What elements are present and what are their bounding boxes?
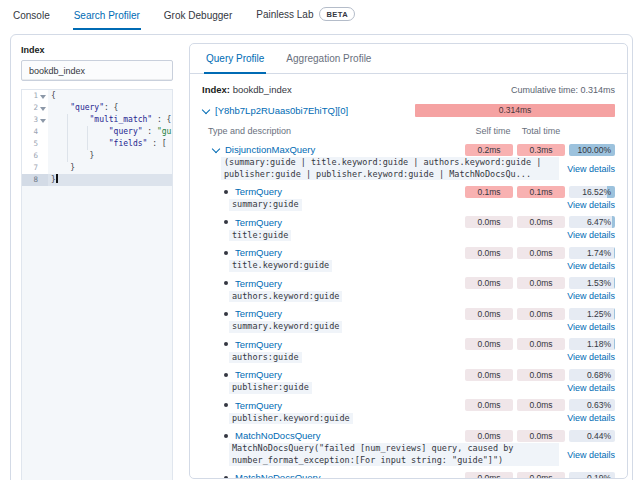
code-line: } [48, 162, 172, 174]
panel-resizer[interactable] [173, 43, 189, 480]
percent-badge: 1.18% [569, 338, 615, 350]
line-number: 1 [33, 90, 38, 102]
view-details-link[interactable]: View details [561, 164, 615, 174]
tab-grok-debugger[interactable]: Grok Debugger [163, 4, 233, 30]
text-cursor [56, 174, 58, 183]
query-row-root: DisjunctionMaxQuery 0.2ms 0.3ms 100.00% … [202, 143, 615, 180]
query-type-link[interactable]: TermQuery [235, 278, 282, 289]
total-time-badge: 0.1ms [517, 186, 565, 198]
line-number: 8 [33, 174, 38, 186]
percent-badge: 0.19% [569, 472, 615, 479]
tab-query-profile[interactable]: Query Profile [204, 44, 266, 74]
bullet-icon [224, 403, 228, 407]
view-details-link[interactable]: View details [561, 352, 615, 362]
tab-search-profiler[interactable]: Search Profiler [73, 4, 141, 30]
code-line: "query" : "guide", [48, 126, 173, 138]
self-time-badge: 0.0ms [465, 277, 513, 289]
percent-badge: 6.47% [569, 216, 615, 228]
query-description: summary.keyword:guide [229, 321, 342, 333]
line-number: 2 [33, 102, 38, 114]
percent-badge: 1.53% [569, 277, 615, 289]
self-time-badge: 0.0ms [465, 399, 513, 411]
bullet-icon [224, 281, 228, 285]
total-time-badge: 0.0ms [517, 430, 565, 442]
tab-painless-lab[interactable]: Painless LabBETA [255, 1, 356, 30]
query-row: TermQuery0.0ms0.0ms0.68%publisher:guideV… [202, 368, 615, 394]
percent-badge: 1.25% [569, 308, 615, 320]
query-type-link[interactable]: TermQuery [235, 217, 282, 228]
line-number-gutter: 8 [22, 174, 48, 186]
code-line: "fields" : [ "*" ] [48, 138, 173, 150]
beta-badge: BETA [319, 7, 354, 21]
bullet-icon [224, 373, 228, 377]
code-line: "multi_match" : { [48, 114, 172, 126]
editor-line: 2 "query": { [22, 102, 172, 114]
query-description: MatchNoDocsQuery("failed [num_reviews] q… [229, 443, 559, 466]
percent-badge: 100.00% [569, 144, 615, 156]
col-type-description: Type and description [208, 126, 291, 136]
query-type-link[interactable]: TermQuery [235, 308, 282, 319]
line-number: 3 [33, 114, 38, 126]
chevron-down-icon[interactable] [212, 144, 220, 152]
query-type-link[interactable]: TermQuery [235, 186, 282, 197]
editor-line: 7 } [22, 162, 172, 174]
fold-icon[interactable] [40, 90, 46, 102]
total-time-badge: 0.0ms [517, 399, 565, 411]
view-details-link[interactable]: View details [561, 450, 615, 460]
view-details-link[interactable]: View details [561, 230, 615, 240]
editor-line: 1{ [22, 90, 172, 102]
tab-label: Console [13, 10, 50, 21]
bullet-icon [224, 190, 228, 194]
query-type-link[interactable]: MatchNoDocsQuery [235, 430, 321, 441]
index-input[interactable] [21, 60, 173, 81]
total-time-badge: 0.0ms [517, 216, 565, 228]
view-details-link[interactable]: View details [561, 322, 615, 332]
query-type-link[interactable]: TermQuery [235, 247, 282, 258]
line-number-gutter: 6 [22, 150, 48, 162]
query-type-link[interactable]: MatchNoDocsQuery [235, 472, 321, 478]
self-time-badge: 0.0ms [465, 472, 513, 479]
query-rows: TermQuery0.1ms0.1ms16.52%summary:guideVi… [202, 185, 615, 478]
total-time-badge: 0.0ms [517, 369, 565, 381]
percent-badge: 0.44% [569, 430, 615, 442]
editor-line: 8} [22, 174, 172, 186]
query-type-link[interactable]: TermQuery [235, 400, 282, 411]
json-query-editor[interactable]: 1{2 "query": {3 "multi_match" : {4 "quer… [21, 89, 173, 480]
query-type-link[interactable]: TermQuery [235, 369, 282, 380]
view-details-link[interactable]: View details [561, 200, 615, 210]
code-line: } [48, 150, 172, 162]
tab-label: Painless Lab [256, 9, 313, 20]
fold-icon[interactable] [40, 114, 46, 126]
shard-link[interactable]: [Y8hb7Lp2RUaas0bi7EhiTQ][0] [215, 105, 348, 116]
code-line: { [48, 90, 172, 102]
view-details-link[interactable]: View details [561, 261, 615, 271]
bullet-icon [224, 251, 228, 255]
query-description: authors.keyword:guide [229, 291, 342, 303]
tab-aggregation-profile[interactable]: Aggregation Profile [284, 44, 373, 74]
query-row: TermQuery0.0ms0.0ms1.74%title.keyword:gu… [202, 246, 615, 272]
index-label: Index [21, 45, 173, 55]
query-type-link[interactable]: DisjunctionMaxQuery [225, 144, 315, 155]
line-number-gutter: 1 [22, 90, 48, 102]
cumulative-time: Cumulative time: 0.314ms [511, 85, 615, 95]
profile-card: Query ProfileAggregation Profile Index: … [189, 43, 628, 479]
column-headers: Type and description Self time Total tim… [208, 126, 615, 136]
chevron-down-icon[interactable] [202, 105, 210, 113]
view-details-link[interactable]: View details [561, 291, 615, 301]
bullet-icon [224, 434, 228, 438]
line-number: 4 [33, 126, 38, 138]
editor-line: 5 "fields" : [ "*" ] [22, 138, 172, 150]
line-number-gutter: 3 [22, 114, 48, 126]
query-row: MatchNoDocsQuery0.0ms0.0ms0.19%MatchNoDo… [202, 471, 615, 478]
profile-body: Index: bookdb_index Cumulative time: 0.3… [190, 74, 627, 478]
view-details-link[interactable]: View details [561, 383, 615, 393]
view-details-link[interactable]: View details [561, 413, 615, 423]
editor-line: 4 "query" : "guide", [22, 126, 172, 138]
total-time-badge: 0.3ms [517, 144, 565, 156]
tab-console[interactable]: Console [12, 4, 51, 30]
query-type-link[interactable]: TermQuery [235, 339, 282, 350]
query-row: TermQuery0.1ms0.1ms16.52%summary:guideVi… [202, 185, 615, 211]
query-row: TermQuery0.0ms0.0ms1.25%summary.keyword:… [202, 307, 615, 333]
fold-icon[interactable] [40, 102, 46, 114]
search-profiler-panel: Index 1{2 "query": {3 "multi_match" : {4… [10, 34, 633, 480]
